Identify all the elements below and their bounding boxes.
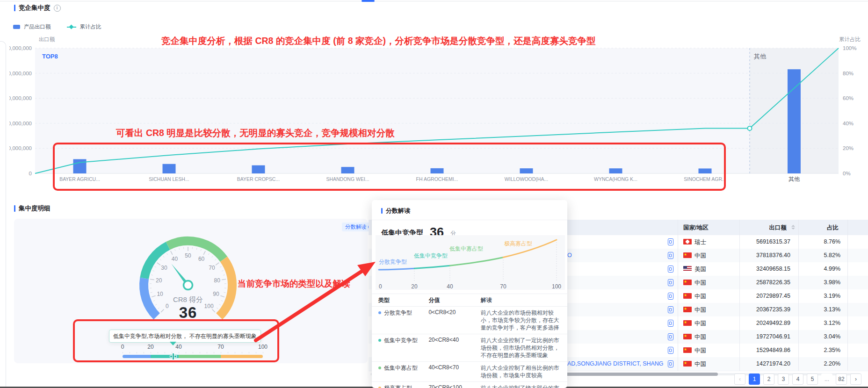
col-header-amount[interactable]: 出口额 <box>769 224 787 232</box>
amount-value: 20367235.39 <box>756 306 790 313</box>
y-axis-label: 0 <box>29 171 32 176</box>
gauge-tick <box>196 248 197 250</box>
gauge-tick <box>152 271 154 272</box>
sort-icon[interactable] <box>791 225 795 230</box>
region-label-other: 其他 <box>754 53 767 60</box>
company-card-icon[interactable] <box>668 293 673 300</box>
prev-page-button[interactable]: ‹ <box>734 374 745 385</box>
gauge-tick <box>160 259 161 260</box>
curve-segment-label: 极高寡占型 <box>504 240 532 247</box>
page-ellipsis: ... <box>821 374 832 385</box>
type-label: 低集中寡占型 <box>384 364 418 372</box>
country-flag-icon: ★ <box>683 347 692 353</box>
company-card-icon[interactable] <box>668 279 673 286</box>
curve-x-label: 0 <box>379 283 382 290</box>
country-name: 中国 <box>694 279 706 287</box>
company-link-fragment[interactable]: O <box>567 252 572 259</box>
info-icon[interactable]: i <box>54 5 61 12</box>
page-button-2[interactable]: 2 <box>763 374 774 385</box>
legend-label: 累计占比 <box>80 23 101 30</box>
type-label: 极高寡占型 <box>384 384 412 388</box>
curve-x-label: 20 <box>411 283 418 290</box>
gauge-tick-label: 60 <box>198 256 205 262</box>
country-flag-icon <box>683 239 692 244</box>
company-card-icon[interactable] <box>668 333 673 340</box>
popup-col-range: 分值 <box>425 294 477 306</box>
legend-item-export[interactable]: 产品出口额 <box>13 23 51 30</box>
country-flag-icon: ★ <box>683 280 692 285</box>
popup-accent-bar <box>381 208 383 214</box>
company-card-icon[interactable] <box>668 266 673 273</box>
section-detail-title: 集中度明细 <box>14 204 51 213</box>
country-name: 美国 <box>694 266 706 273</box>
page-button-4[interactable]: 4 <box>792 374 803 385</box>
company-card-icon[interactable] <box>668 360 673 367</box>
company-card-icon[interactable] <box>668 320 673 327</box>
gauge-tick <box>151 292 152 293</box>
chart-legend: 产品出口额 累计占比 <box>13 23 101 30</box>
annotation-mid: 可看出 CR8 明显是比较分散，无明显的寡头竞企，竞争规模相对分散 <box>116 127 395 139</box>
y2-axis-label: 20% <box>843 145 854 151</box>
score-range-cell: 0<CR8<20 <box>425 307 477 334</box>
gauge-tick <box>216 263 219 265</box>
left-panel-edge <box>0 41 6 388</box>
line-marker[interactable] <box>748 126 752 130</box>
country-name: 中国 <box>694 293 706 301</box>
country-name: 中国 <box>694 306 706 314</box>
interpretation-cell: 前八大企业的市场份额相对较小，市场竞争较为分散，存在大量的竞争对手，客户有更多选… <box>477 307 567 334</box>
region-label-top8: TOP8 <box>42 53 58 60</box>
popup-table: 类型 分值 解读 分散竞争型0<CR8<20前八大企业的市场份额相对较小，市场竞… <box>372 294 567 388</box>
dashboard-page: 竞企集中度 i 产品出口额 累计占比 500,000,000400,000,00… <box>0 0 868 388</box>
y2-axis-label: 80% <box>843 71 854 76</box>
share-value: 3.13% <box>824 306 840 313</box>
country-flag-icon: ★ <box>683 320 692 326</box>
score-type-cell: 低集中竞争型 <box>372 334 425 361</box>
company-card-icon[interactable] <box>668 238 673 245</box>
top-divider <box>0 1 868 1</box>
type-label: 分散竞争型 <box>384 309 412 317</box>
tab-indicator[interactable] <box>362 0 375 2</box>
page-button-82[interactable]: 82 <box>836 374 847 385</box>
gauge-tick-label: 20 <box>156 277 162 284</box>
score-range-cell: 40<CR8<70 <box>425 362 477 381</box>
gauge-tick <box>175 249 175 251</box>
country-flag-icon: ★ <box>683 307 692 312</box>
popup-col-type: 类型 <box>372 294 425 306</box>
y-axis-label: 500,000,000 <box>9 45 32 51</box>
col-header-country[interactable]: 国家/地区 <box>683 224 708 232</box>
page-button-5[interactable]: 5 <box>807 374 818 385</box>
type-dot-icon <box>378 339 381 342</box>
popup-table-body: 分散竞争型0<CR8<20前八大企业的市场份额相对较小，市场竞争较为分散，存在大… <box>372 307 567 388</box>
curve-segment-label: 低集中竞争型 <box>414 252 448 259</box>
gauge-tick-label: 50 <box>185 252 191 259</box>
gauge-tick <box>208 253 209 255</box>
y-axis-label: 400,000,000 <box>9 71 32 76</box>
popup-col-interpretation: 解读 <box>477 294 567 306</box>
section-concentration-title: 竞企集中度 i <box>14 4 61 12</box>
gauge-tick <box>179 248 180 250</box>
country-name: 中国 <box>694 252 706 260</box>
y-axis-label: 100,000,000 <box>9 145 32 151</box>
company-card-icon[interactable] <box>668 347 673 354</box>
x-axis-label: 其他 <box>788 176 800 182</box>
annotation-rect-slider <box>73 319 279 362</box>
gauge-tick <box>163 256 165 258</box>
next-page-button[interactable]: › <box>850 374 861 385</box>
curve-x-label: 100 <box>552 283 561 290</box>
legend-item-cumulative[interactable]: 累计占比 <box>67 23 101 30</box>
page-button-1[interactable]: 1 <box>749 374 760 385</box>
popup-header: 分数解读 <box>372 200 567 220</box>
popup-table-row: 极高寡占型70<CR8<100前八大企业控制了绝大部分的市场份额，市场呈现出明显… <box>372 382 567 388</box>
column-divider <box>678 220 678 371</box>
page-button-3[interactable]: 3 <box>778 374 789 385</box>
annotation-top: 竞企集中度分析，根据 CR8 的竞企集中度 (前 8 家竞企)，分析竞争市场是分… <box>161 35 595 47</box>
col-header-share[interactable]: 占比 <box>827 224 839 232</box>
company-card-icon[interactable] <box>668 306 673 313</box>
legend-label: 产品出口额 <box>24 23 51 30</box>
company-card-icon[interactable] <box>668 252 673 259</box>
title-accent-bar <box>14 5 15 11</box>
bar-other[interactable] <box>788 69 801 173</box>
company-link-fragment[interactable]: AD,SONGJIANG DISTRICT, SHANGHAI CHI... <box>567 360 663 367</box>
country-name: 中国 <box>694 333 706 341</box>
y-axis-title: 出口额 <box>39 36 55 42</box>
